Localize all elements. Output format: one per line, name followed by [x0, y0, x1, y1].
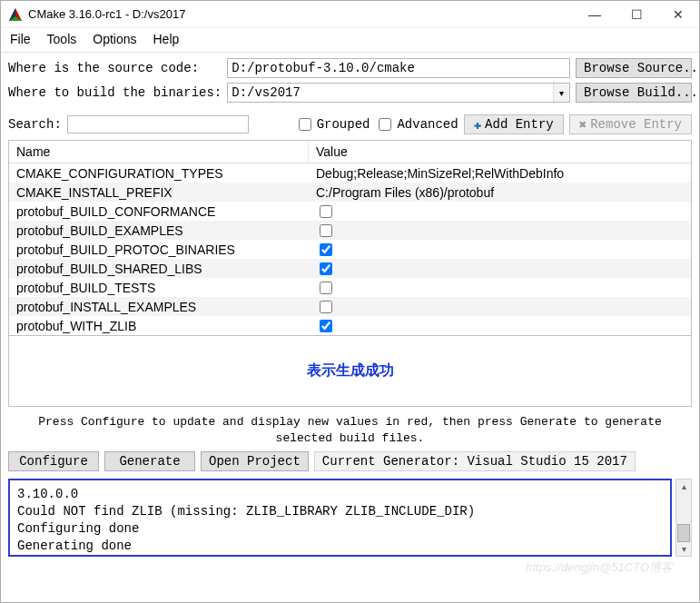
titlebar: CMake 3.16.0-rc1 - D:/vs2017 — ☐ ✕: [1, 1, 699, 28]
table-row[interactable]: protobuf_BUILD_EXAMPLES: [9, 221, 691, 240]
add-entry-button[interactable]: ✚Add Entry: [464, 114, 564, 134]
menu-tools[interactable]: Tools: [47, 32, 77, 46]
value-checkbox[interactable]: [320, 262, 332, 275]
browse-build-button[interactable]: Browse Build...: [576, 83, 692, 103]
table-row[interactable]: protobuf_BUILD_SHARED_LIBS: [9, 259, 691, 278]
source-path-input[interactable]: [227, 58, 570, 78]
window-controls: — ☐ ✕: [574, 1, 699, 27]
value-checkbox[interactable]: [320, 243, 332, 256]
scroll-thumb[interactable]: [677, 524, 690, 542]
value-checkbox[interactable]: [320, 224, 332, 237]
build-label: Where to build the binaries:: [8, 85, 222, 100]
cell-name: CMAKE_CONFIGURATION_TYPES: [9, 166, 309, 181]
table-body: CMAKE_CONFIGURATION_TYPESDebug;Release;M…: [9, 163, 691, 335]
menubar: File Tools Options Help: [1, 28, 699, 53]
scroll-up-icon[interactable]: ▴: [682, 481, 686, 491]
grouped-checkbox[interactable]: Grouped: [295, 115, 370, 133]
cell-name: CMAKE_INSTALL_PREFIX: [9, 185, 309, 200]
cell-name: protobuf_BUILD_PROTOC_BINARIES: [9, 242, 309, 257]
scroll-down-icon[interactable]: ▾: [682, 544, 686, 554]
generate-button[interactable]: Generate: [104, 451, 195, 471]
cell-name: protobuf_BUILD_TESTS: [9, 281, 309, 295]
table-header: Name Value: [9, 141, 691, 163]
output-log[interactable]: 3.10.0.0 Could NOT find ZLIB (missing: Z…: [8, 479, 672, 557]
browse-source-button[interactable]: Browse Source...: [576, 58, 692, 78]
search-toolbar: Search: Grouped Advanced ✚Add Entry ✖Rem…: [1, 111, 699, 140]
cell-value[interactable]: [309, 279, 691, 297]
menu-file[interactable]: File: [10, 32, 31, 46]
cmake-gui-window: CMake 3.16.0-rc1 - D:/vs2017 — ☐ ✕ File …: [0, 0, 700, 603]
chevron-down-icon[interactable]: ▾: [553, 84, 569, 102]
search-input[interactable]: [67, 115, 249, 133]
value-checkbox[interactable]: [320, 320, 332, 332]
paths-form: Where is the source code: Browse Source.…: [1, 53, 699, 111]
menu-help[interactable]: Help: [153, 32, 180, 46]
source-label: Where is the source code:: [8, 61, 222, 75]
plus-icon: ✚: [474, 117, 481, 133]
search-label: Search:: [8, 117, 62, 132]
close-button[interactable]: ✕: [657, 1, 699, 27]
build-path-input[interactable]: [228, 84, 553, 102]
advanced-checkbox[interactable]: Advanced: [375, 115, 458, 133]
window-title: CMake 3.16.0-rc1 - D:/vs2017: [28, 7, 574, 21]
open-project-button[interactable]: Open Project: [201, 451, 309, 471]
table-row[interactable]: CMAKE_INSTALL_PREFIXC:/Program Files (x8…: [9, 183, 691, 202]
cell-name: protobuf_INSTALL_EXAMPLES: [9, 300, 309, 314]
output-area: 3.10.0.0 Could NOT find ZLIB (missing: Z…: [8, 479, 692, 595]
value-checkbox[interactable]: [320, 205, 332, 218]
output-scrollbar[interactable]: ▴ ▾: [675, 479, 692, 557]
cell-value[interactable]: [309, 222, 691, 240]
table-row[interactable]: protobuf_BUILD_TESTS: [9, 278, 691, 297]
column-name[interactable]: Name: [9, 141, 309, 163]
remove-icon: ✖: [579, 117, 587, 133]
menu-options[interactable]: Options: [93, 32, 136, 46]
success-annotation: 表示生成成功: [8, 336, 692, 407]
cell-value[interactable]: [309, 317, 691, 335]
cell-name: protobuf_BUILD_EXAMPLES: [9, 223, 309, 238]
table-row[interactable]: protobuf_INSTALL_EXAMPLES: [9, 297, 691, 316]
hint-text: Press Configure to update and display ne…: [1, 410, 699, 448]
action-row: Configure Generate Open Project Current …: [1, 448, 699, 477]
cell-name: protobuf_WITH_ZLIB: [9, 319, 309, 333]
configure-button[interactable]: Configure: [8, 451, 99, 471]
table-row[interactable]: protobuf_BUILD_PROTOC_BINARIES: [9, 240, 691, 259]
cell-value[interactable]: [309, 203, 691, 221]
value-checkbox[interactable]: [320, 301, 332, 313]
cmake-logo-icon: [8, 7, 23, 22]
cell-value[interactable]: [309, 298, 691, 316]
value-checkbox[interactable]: [320, 282, 332, 294]
remove-entry-button: ✖Remove Entry: [569, 114, 692, 134]
cell-value[interactable]: [309, 241, 691, 259]
table-row[interactable]: CMAKE_CONFIGURATION_TYPESDebug;Release;M…: [9, 163, 691, 183]
minimize-button[interactable]: —: [574, 1, 616, 27]
table-row[interactable]: protobuf_WITH_ZLIB: [9, 316, 691, 335]
cell-name: protobuf_BUILD_SHARED_LIBS: [9, 262, 309, 276]
cell-value[interactable]: Debug;Release;MinSizeRel;RelWithDebInfo: [309, 166, 691, 181]
cell-value[interactable]: [309, 260, 691, 278]
table-row[interactable]: protobuf_BUILD_CONFORMANCE: [9, 202, 691, 221]
cell-name: protobuf_BUILD_CONFORMANCE: [9, 204, 309, 219]
cache-table: Name Value CMAKE_CONFIGURATION_TYPESDebu…: [8, 140, 692, 336]
current-generator-label: Current Generator: Visual Studio 15 2017: [314, 451, 636, 471]
build-path-combo[interactable]: ▾: [227, 83, 570, 103]
column-value[interactable]: Value: [309, 141, 691, 163]
maximize-button[interactable]: ☐: [616, 1, 657, 27]
cell-value[interactable]: C:/Program Files (x86)/protobuf: [309, 185, 691, 200]
